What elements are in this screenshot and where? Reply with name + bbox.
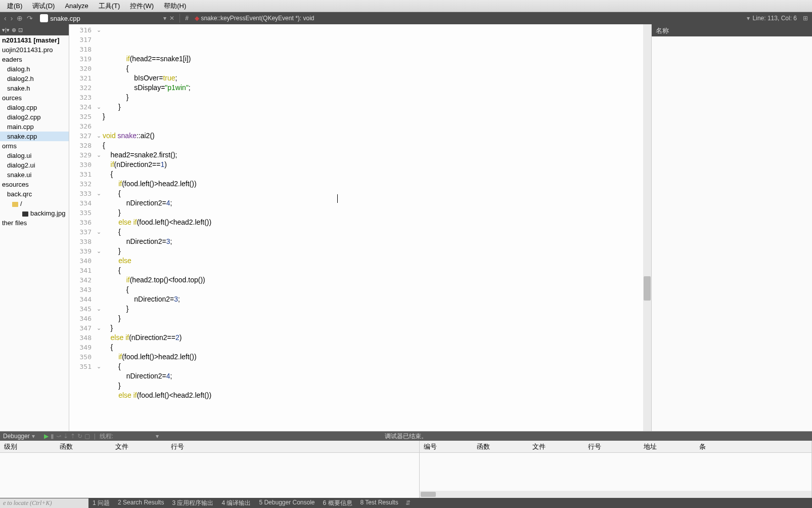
tree-item[interactable]: snake.cpp [0,132,69,141]
fold-marker[interactable] [95,352,103,362]
fold-marker[interactable] [95,275,103,285]
status-tab[interactable]: 4 编译输出 [217,499,255,507]
menu-item[interactable]: Analyze [60,1,93,11]
status-tab[interactable]: 3 应用程序输出 [168,499,217,507]
code-line[interactable]: { [103,227,643,237]
fold-marker[interactable]: ⌄ [95,150,103,160]
locator-input[interactable]: e to locate (Ctrl+K) [0,498,88,508]
fold-marker[interactable] [95,35,103,45]
tree-item[interactable]: dialog.ui [0,151,69,160]
tree-item[interactable]: / [0,199,69,208]
fold-marker[interactable] [95,343,103,352]
code-line[interactable]: } [103,246,643,256]
code-line[interactable]: } [103,93,643,102]
code-line[interactable]: else [103,256,643,266]
nav-fwd-icon[interactable]: › [10,14,14,22]
column-header[interactable]: 编号 [420,442,473,451]
cursor-position[interactable]: Line: 113, Col: 6 [753,15,803,22]
code-line[interactable]: { [103,285,643,294]
menu-item[interactable]: 建(B) [2,1,27,12]
fold-marker[interactable] [95,208,103,218]
tree-item[interactable]: esources [0,180,69,189]
status-tab[interactable]: 2 Search Results [114,499,168,507]
horizontal-scrollbar[interactable] [420,491,811,498]
fold-marker[interactable] [95,83,103,93]
code-line[interactable]: { [103,64,643,73]
code-line[interactable]: if(nDirection2==1) [103,160,643,170]
fold-marker[interactable] [95,121,103,131]
fold-marker[interactable] [95,73,103,83]
debugger-label[interactable]: Debugger [3,433,30,440]
code-line[interactable]: nDirection2=3; [103,294,643,304]
fold-marker[interactable]: ⌄ [95,227,103,237]
code-editor[interactable]: 3163173183193203213223233243253263273283… [69,24,651,431]
issues-body[interactable] [0,453,419,498]
tree-item[interactable]: ources [0,93,69,103]
code-line[interactable]: else if(food.left()<head2.left()) [103,218,643,227]
nav-back-icon[interactable]: ‹ [3,14,8,22]
restart-icon[interactable]: ↻ [77,433,82,440]
status-tab[interactable]: 6 概要信息 [319,499,356,507]
column-header[interactable]: 文件 [111,442,167,451]
fold-marker[interactable] [95,160,103,170]
fold-marker[interactable]: ⌄ [95,246,103,256]
fold-marker[interactable] [95,170,103,179]
code-line[interactable]: } [103,323,643,333]
fold-marker[interactable] [95,54,103,64]
code-line[interactable]: sDisplay="p1win"; [103,83,643,93]
code-line[interactable]: { [103,343,643,352]
fold-marker[interactable] [95,64,103,73]
code-line[interactable]: head2=snake2.first(); [103,150,643,160]
fold-marker[interactable] [95,141,103,150]
fold-marker[interactable] [95,179,103,189]
dropdown2-icon[interactable]: ▾ [747,15,753,22]
stop-icon[interactable]: ▢ [84,433,90,440]
column-header[interactable]: 地址 [640,442,695,451]
code-line[interactable] [103,121,643,131]
tree-item[interactable]: back.qrc [0,189,69,199]
tree-item[interactable]: dialog2.ui [0,160,69,170]
fold-marker[interactable]: ⌄ [95,323,103,333]
code-line[interactable]: } [103,381,643,391]
debugger-dropdown-icon[interactable]: ▾ [32,433,35,440]
code-line[interactable]: bIsOver=true; [103,73,643,83]
code-line[interactable]: } [103,208,643,218]
column-header[interactable]: 行号 [584,442,640,451]
fold-marker[interactable]: ⌄ [95,304,103,314]
step-out-icon[interactable]: ⇡ [70,433,75,440]
code-line[interactable]: { [103,266,643,275]
split-icon[interactable]: ⊞ [803,15,812,22]
fold-marker[interactable] [95,93,103,102]
menu-item[interactable]: 控件(W) [125,1,159,12]
thread-dropdown-icon[interactable]: ▾ [115,433,159,440]
status-tab[interactable]: 5 Debugger Console [255,499,319,507]
fold-marker[interactable] [95,198,103,208]
tree-item[interactable]: main.cpp [0,122,69,132]
tree-item[interactable]: ther files [0,218,69,228]
status-dropdown-icon[interactable]: ⇵ [402,499,414,506]
nav-bookmark-icon[interactable]: ↷ [26,14,34,22]
fold-marker[interactable]: ⌄ [95,102,103,112]
step-over-icon[interactable]: ⤻ [56,433,61,440]
code-line[interactable]: nDirection2=4; [103,198,643,208]
nav-jumps-icon[interactable]: ⊕ [16,14,24,22]
status-tab[interactable]: 1 问题 [88,499,114,507]
code-line[interactable]: if(food.left()>head2.left()) [103,352,643,362]
code-area[interactable]: if(head2==snake1[i]) { bIsOver=true; sDi… [103,24,643,431]
continue-icon[interactable]: ▶ [44,433,49,440]
menu-item[interactable]: 帮助(H) [159,1,191,12]
tree-item[interactable]: dialog.h [0,64,69,74]
code-line[interactable]: { [103,170,643,179]
code-line[interactable]: } [103,102,643,112]
fold-marker[interactable] [95,45,103,54]
expand-icon[interactable]: ⊕ [12,27,16,33]
code-line[interactable]: if(head2.top()<food.top()) [103,275,643,285]
column-header[interactable]: 文件 [528,442,584,451]
fold-marker[interactable]: ⌄ [95,25,103,35]
code-line[interactable]: if(head2==snake1[i]) [103,54,643,64]
sync-icon[interactable]: ⊡ [18,27,23,33]
fold-marker[interactable] [95,314,103,323]
step-into-icon[interactable]: ⇣ [63,433,68,440]
column-header[interactable]: 函数 [56,442,111,451]
column-header[interactable]: 条 [695,442,726,451]
